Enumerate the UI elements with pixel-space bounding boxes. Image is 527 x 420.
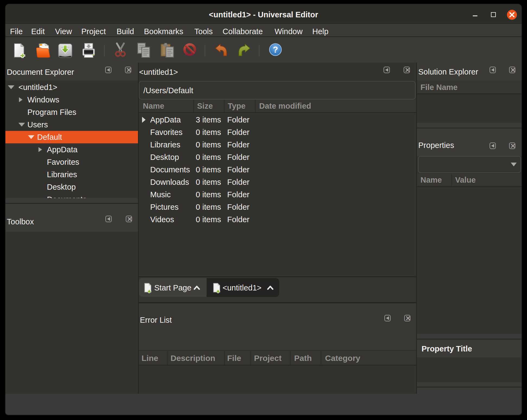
svg-text:?: ?	[273, 45, 278, 54]
